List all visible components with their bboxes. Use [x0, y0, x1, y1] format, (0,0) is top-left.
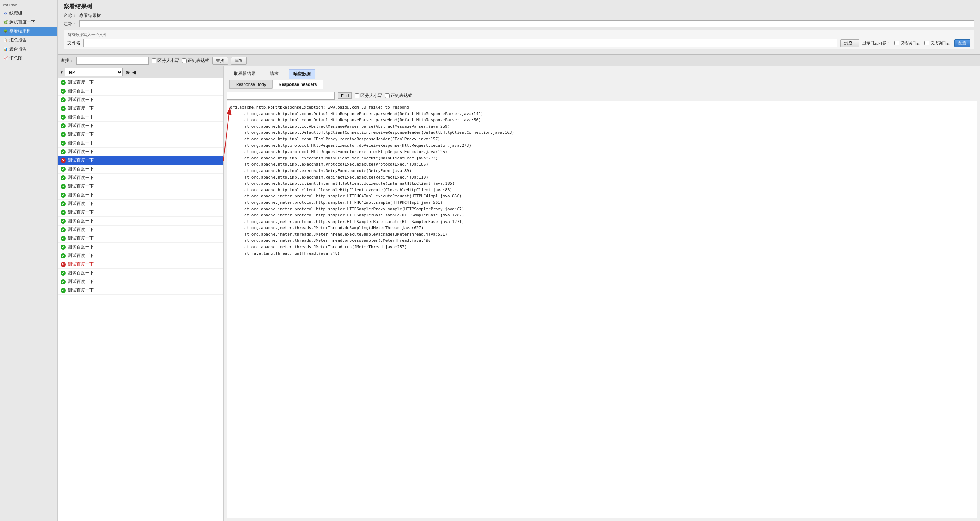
find-regex-checkbox[interactable] — [385, 94, 390, 98]
case-sensitive-text: 区分大小写 — [158, 58, 179, 64]
tab-sampler-result[interactable]: 取样器结果 — [229, 69, 260, 79]
sample-item[interactable]: ✕测试百度一下 — [58, 156, 223, 165]
sidebar-item-results-tree[interactable]: 🌳 察看结果树 — [0, 27, 57, 36]
filename-input[interactable] — [83, 39, 837, 47]
tab-request[interactable]: 请求 — [266, 69, 283, 79]
sample-item[interactable]: ✓测试百度一下 — [58, 182, 223, 191]
search-input[interactable] — [76, 57, 149, 65]
sample-item[interactable]: ✓测试百度一下 — [58, 78, 223, 87]
error-icon: ✕ — [60, 262, 66, 267]
sample-item[interactable]: ✓测试百度一下 — [58, 200, 223, 208]
right-panel: 取样器结果 请求 响应数据 Response Body Response hea… — [224, 67, 980, 521]
sample-item[interactable]: ✓测试百度一下 — [58, 173, 223, 182]
sample-label: 测试百度一下 — [68, 278, 94, 285]
name-value: 察看结果树 — [80, 13, 101, 19]
collapse-icon[interactable]: ▼ — [60, 70, 64, 74]
sidebar-item-summary-graph[interactable]: 📈 汇总图 — [0, 54, 57, 63]
sample-item[interactable]: ✓测试百度一下 — [58, 104, 223, 113]
sidebar-item-view-results[interactable]: 🌿 测试百度一下 — [0, 17, 57, 27]
sample-item[interactable]: ✕测试百度一下 — [58, 260, 223, 269]
sample-item[interactable]: ✓测试百度一下 — [58, 243, 223, 251]
find-regex-label[interactable]: 正则表达式 — [385, 93, 412, 99]
sample-item[interactable]: ✓测试百度一下 — [58, 148, 223, 156]
sidebar-item-thread-group[interactable]: ⚙ 线程组 — [0, 9, 57, 17]
filename-label: 文件名 — [67, 40, 81, 46]
sample-item[interactable]: ✓测试百度一下 — [58, 251, 223, 260]
sample-item[interactable]: ✓测试百度一下 — [58, 95, 223, 104]
stack-line: at org.apache.jmeter.protocol.http.sampl… — [230, 212, 974, 219]
regex-label[interactable]: 正则表达式 — [182, 58, 209, 64]
reset-button[interactable]: 重置 — [231, 57, 247, 65]
left-panel-toolbar: ▼ Text JSON XML HTML ⊕ ◀ — [58, 67, 223, 78]
sample-label: 测试百度一下 — [68, 270, 94, 276]
sample-item[interactable]: ✓测试百度一下 — [58, 87, 223, 95]
stack-line: at java.lang.Thread.run(Thread.java:748) — [230, 250, 974, 257]
success-icon: ✓ — [60, 219, 66, 224]
errors-checkbox-label[interactable]: 仅错误日志 — [894, 40, 920, 46]
success-icon: ✓ — [60, 184, 66, 189]
find-button[interactable]: 查找 — [212, 57, 228, 65]
sample-label: 测试百度一下 — [68, 88, 94, 94]
find-btn[interactable]: Find — [338, 92, 352, 99]
sample-item[interactable]: ✓测试百度一下 — [58, 217, 223, 226]
sample-label: 测试百度一下 — [68, 261, 94, 267]
file-row: 文件名 浏览... 显示日志内容： 仅错误日志 仅成功日志 配置 — [67, 39, 970, 47]
sample-item[interactable]: ✓测试百度一下 — [58, 208, 223, 217]
find-case-label[interactable]: 区分大小写 — [355, 93, 382, 99]
success-icon: ✓ — [60, 123, 66, 129]
dropdown-icon[interactable]: ⊕ — [126, 69, 130, 75]
sample-label: 测试百度一下 — [68, 149, 94, 155]
tab-response-body[interactable]: Response Body — [229, 80, 272, 89]
sample-item[interactable]: ✓测试百度一下 — [58, 269, 223, 278]
regex-checkbox[interactable] — [182, 59, 186, 63]
sample-label: 测试百度一下 — [68, 79, 94, 86]
success-checkbox-label[interactable]: 仅成功日志 — [924, 40, 950, 46]
sample-item[interactable]: ✓测试百度一下 — [58, 130, 223, 139]
stack-line: at org.apache.http.impl.execchain.RetryE… — [230, 168, 974, 174]
sample-item[interactable]: ✓测试百度一下 — [58, 226, 223, 234]
tab-response-headers[interactable]: Response headers — [272, 80, 323, 89]
success-icon: ✓ — [60, 279, 66, 284]
errors-checkbox[interactable] — [894, 41, 899, 46]
find-input[interactable] — [227, 92, 335, 100]
sample-item[interactable]: ✓测试百度一下 — [58, 113, 223, 122]
stack-line: at org.apache.jmeter.threads.JMeterThrea… — [230, 244, 974, 250]
sidebar-item-aggregate-report[interactable]: 📊 聚合报告 — [0, 45, 57, 54]
sample-label: 测试百度一下 — [68, 192, 94, 198]
sample-item[interactable]: ✓测试百度一下 — [58, 278, 223, 286]
aggregate-icon: 📊 — [3, 47, 8, 52]
sample-item[interactable]: ✓测试百度一下 — [58, 165, 223, 173]
sample-label: 测试百度一下 — [68, 244, 94, 250]
view-dropdown[interactable]: Text JSON XML HTML — [65, 68, 123, 76]
stack-line: at org.apache.http.impl.conn.DefaultHttp… — [230, 117, 974, 123]
stack-line: at org.apache.http.impl.execchain.MainCl… — [230, 155, 974, 162]
stack-line: at org.apache.jmeter.protocol.http.sampl… — [230, 200, 974, 206]
sidebar-item-summary-report[interactable]: 📋 汇总报告 — [0, 36, 57, 45]
sample-label: 测试百度一下 — [68, 227, 94, 233]
sample-item[interactable]: ✓测试百度一下 — [58, 286, 223, 295]
sample-label: 测试百度一下 — [68, 218, 94, 224]
sample-label: 测试百度一下 — [68, 140, 94, 146]
expand-icon[interactable]: ◀ — [132, 69, 136, 75]
success-icon: ✓ — [60, 193, 66, 198]
sample-item[interactable]: ✓测试百度一下 — [58, 191, 223, 200]
tab-response-data[interactable]: 响应数据 — [289, 69, 315, 79]
success-checkbox[interactable] — [924, 41, 929, 46]
browse-button[interactable]: 浏览... — [840, 39, 859, 47]
sample-item[interactable]: ✓测试百度一下 — [58, 234, 223, 243]
sidebar-item-label: 察看结果树 — [10, 28, 31, 34]
sample-label: 测试百度一下 — [68, 131, 94, 137]
left-panel: ▼ Text JSON XML HTML ⊕ ◀ ✓测试百度一下✓测试百度一下✓… — [58, 67, 224, 521]
config-button[interactable]: 配置 — [955, 39, 970, 47]
stack-line: at org.apache.http.impl.client.InternalH… — [230, 180, 974, 187]
comment-input[interactable] — [80, 20, 974, 27]
search-label: 查找： — [60, 58, 73, 64]
case-sensitive-label[interactable]: 区分大小写 — [151, 58, 179, 64]
find-case-checkbox[interactable] — [355, 94, 360, 98]
success-icon: ✓ — [60, 80, 66, 85]
sample-label: 测试百度一下 — [68, 166, 94, 172]
stack-line: at org.apache.jmeter.protocol.http.sampl… — [230, 219, 974, 225]
sample-item[interactable]: ✓测试百度一下 — [58, 122, 223, 130]
case-sensitive-checkbox[interactable] — [151, 59, 156, 63]
sample-item[interactable]: ✓测试百度一下 — [58, 139, 223, 148]
